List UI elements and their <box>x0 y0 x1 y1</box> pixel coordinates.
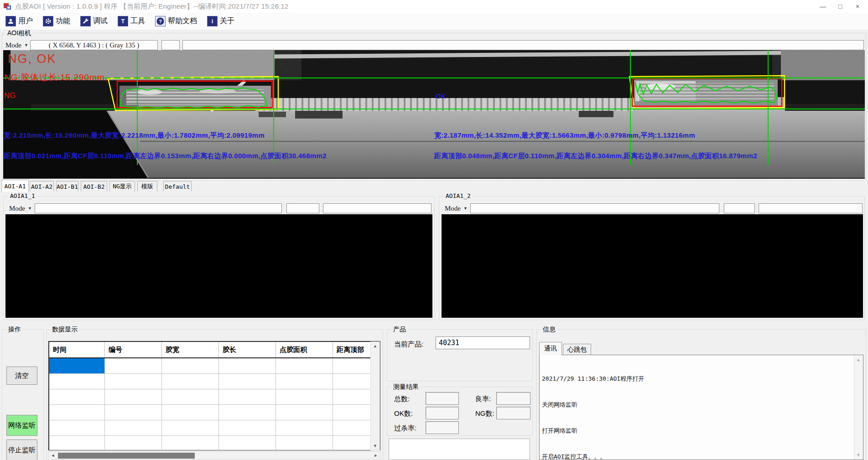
yield-label: 良率: <box>475 395 491 403</box>
maximize-button[interactable]: □ <box>832 0 849 13</box>
column-header-dist-top[interactable]: 距离顶部 <box>333 342 371 357</box>
tab-aoi-b2[interactable]: AOI-B2 <box>81 181 107 191</box>
panel-right-image-canvas[interactable] <box>442 214 863 318</box>
panel-right-field-3 <box>759 203 863 213</box>
ok-count-field <box>426 407 459 419</box>
network-listen-button[interactable]: 网络监听 <box>6 415 37 436</box>
ng-reason-text: NG:胶体过长:15.290mm, <box>4 72 108 83</box>
table-header-row: 时间 编号 胶宽 胶长 点胶面积 距离顶部 <box>49 342 380 358</box>
ok-flag-text: OK <box>436 92 446 100</box>
scroll-left-icon[interactable]: ◄ <box>49 452 57 459</box>
current-product-field[interactable]: 40231 <box>436 336 530 349</box>
close-button[interactable]: × <box>849 0 866 13</box>
camera-field-wide <box>182 40 864 50</box>
main-toolbar: 用户 功能 调试 T 工具 ? 帮助文档 i 关于 <box>0 13 868 30</box>
column-header-glue-area[interactable]: 点胶面积 <box>276 342 333 357</box>
table-row[interactable] <box>49 420 380 436</box>
data-table[interactable]: 时间 编号 胶宽 胶长 点胶面积 距离顶部 <box>48 341 380 450</box>
toolbar-item-function[interactable]: 功能 <box>41 15 72 28</box>
product-group-label: 产品 <box>391 326 408 334</box>
wrench-icon <box>80 16 91 26</box>
stop-listen-button[interactable]: 停止监听 <box>6 439 37 460</box>
app-icon <box>3 2 11 10</box>
ng-flag-text: NG <box>4 91 16 100</box>
scrollbar-thumb[interactable] <box>58 453 195 459</box>
column-header-glue-length[interactable]: 胶长 <box>219 342 276 357</box>
log-vertical-scrollbar[interactable]: ▲ ▼ <box>854 356 863 460</box>
selected-cell[interactable] <box>49 358 105 373</box>
tab-default[interactable]: Default <box>163 181 192 191</box>
chevron-down-icon: ▼ <box>28 206 32 211</box>
camera-field-small <box>161 40 180 50</box>
minimize-button[interactable]: — <box>814 0 832 13</box>
camera-group-label: AOI相机 <box>5 29 33 37</box>
table-row[interactable] <box>49 358 380 374</box>
title-bar: 点胶AOI [ Version : 1.0.0.9 ] 程序 【当前用户: En… <box>0 0 868 13</box>
tab-ng-display[interactable]: NG显示 <box>109 181 135 191</box>
panel-right-mode-dropdown[interactable]: Mode▼ <box>445 203 468 213</box>
data-display-group-label: 数据显示 <box>50 326 79 334</box>
tab-aoi-a2[interactable]: AOI-A2 <box>30 181 54 191</box>
scroll-down-icon[interactable]: ▼ <box>371 444 379 448</box>
window-controls: — □ × <box>814 0 866 13</box>
table-row[interactable] <box>49 374 380 389</box>
tab-communication[interactable]: 通讯 <box>539 342 562 355</box>
tool-icon: T <box>118 16 128 26</box>
communication-log[interactable]: 2021/7/29 11:36:30:AOI程序打开 关闭网络监听 打开网络监听… <box>539 355 863 460</box>
table-row[interactable] <box>49 436 380 451</box>
table-horizontal-scrollbar[interactable]: ◄ ► <box>48 451 380 460</box>
ng-count-field <box>496 407 530 419</box>
panel-right-label: AOIA1_2 <box>444 192 473 199</box>
camera-mode-dropdown[interactable]: Mode▼ <box>5 40 28 50</box>
user-icon <box>5 16 16 26</box>
log-lines: 2021/7/29 11:36:30:AOI程序打开 关闭网络监听 打开网络监听… <box>542 357 852 460</box>
result-header-text: NG, OK <box>8 52 57 66</box>
panel-right-field-1 <box>470 203 719 213</box>
toolbar-item-tools[interactable]: T 工具 <box>116 15 147 28</box>
table-row[interactable] <box>49 389 380 405</box>
info-group-label: 信息 <box>541 326 557 334</box>
scroll-right-icon[interactable]: ► <box>372 452 380 459</box>
application-window: 点胶AOI [ Version : 1.0.0.9 ] 程序 【当前用户: En… <box>0 0 868 460</box>
scroll-down-icon[interactable]: ▼ <box>854 453 863 457</box>
panel-left-field-3 <box>323 203 431 213</box>
info-icon: i <box>207 16 218 26</box>
ng-count-label: NG数: <box>475 409 494 418</box>
table-vertical-scrollbar[interactable]: ▲ ▼ <box>370 341 380 450</box>
results-group-label: 测量结果 <box>391 383 421 391</box>
scroll-up-icon[interactable]: ▲ <box>854 357 863 362</box>
panel-left-mode-dropdown[interactable]: Mode▼ <box>9 203 32 213</box>
right-stats-line2: 距离顶部0.048mm,距离CF层0.110mm,距离左边界0.304mm,距离… <box>434 152 757 160</box>
right-stats-line1: 宽:2.187mm,长:14.352mm,最大胶宽:1.5663mm,最小:0.… <box>434 131 695 140</box>
table-row[interactable] <box>49 405 380 420</box>
clear-button[interactable]: 清空 <box>6 367 37 385</box>
panel-left-field-1 <box>35 203 282 213</box>
total-count-field <box>426 392 459 405</box>
current-product-label: 当前产品: <box>394 340 423 349</box>
result-message-box <box>389 439 530 460</box>
column-header-time[interactable]: 时间 <box>49 342 105 357</box>
tab-aoi-a1[interactable]: AOI-A1 <box>1 180 29 192</box>
scroll-up-icon[interactable]: ▲ <box>371 344 379 348</box>
column-header-glue-width[interactable]: 胶宽 <box>162 342 219 357</box>
tab-template[interactable]: 模版 <box>137 181 157 191</box>
toolbar-item-debug[interactable]: 调试 <box>78 15 109 28</box>
panel-left-image-canvas[interactable] <box>5 214 432 318</box>
tab-heartbeat[interactable]: 心跳包 <box>563 344 591 355</box>
total-count-label: 总数: <box>394 395 410 403</box>
panel-left-field-2 <box>286 203 319 213</box>
toolbar-item-help[interactable]: ? 帮助文档 <box>153 15 199 28</box>
camera-image-view[interactable]: NG, OK NG:胶体过长:15.290mm, NG OK 宽:2.215mm… <box>3 50 865 179</box>
column-header-id[interactable]: 编号 <box>105 342 162 357</box>
toolbar-item-about[interactable]: i 关于 <box>205 15 236 28</box>
window-title: 点胶AOI [ Version : 1.0.0.9 ] 程序 【当前用户: En… <box>15 2 289 11</box>
tab-aoi-b1[interactable]: AOI-B1 <box>56 181 78 191</box>
camera-coordinate-readout: ( X 6568, Y 1463 ) : ( Gray 135 ) <box>30 40 158 50</box>
gear-icon <box>43 16 53 26</box>
overkill-rate-label: 过杀率: <box>394 424 416 433</box>
left-stats-line1: 宽:2.215mm,长:15.290mm,最大胶宽:2.2218mm,最小:1.… <box>4 131 265 140</box>
toolbar-item-user[interactable]: 用户 <box>4 15 35 28</box>
yield-field <box>496 392 530 405</box>
left-stats-line2: 距离顶部0.021mm,距离CF层0.110mm,距离左边界0.153mm,距离… <box>4 152 327 160</box>
chevron-down-icon: ▼ <box>463 206 468 211</box>
